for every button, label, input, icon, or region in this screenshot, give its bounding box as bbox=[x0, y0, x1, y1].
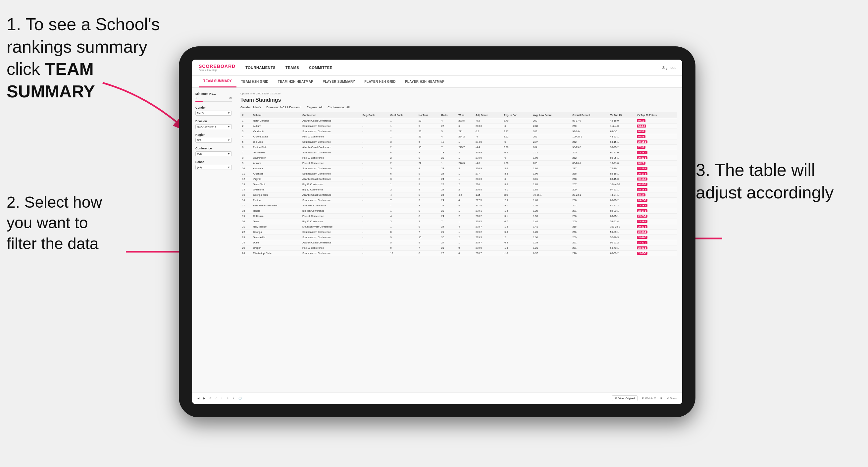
cell-rank: 2 bbox=[241, 124, 251, 129]
table-header: # School Conference Reg. Rank Conf Rank … bbox=[241, 112, 677, 118]
division-dropdown[interactable]: NCAA Division I ▼ bbox=[195, 124, 232, 129]
cell-school: East Tennessee State bbox=[251, 203, 301, 208]
nav-teams[interactable]: TEAMS bbox=[285, 66, 299, 69]
cell-vs-top50: 89.11 bbox=[635, 118, 677, 124]
sign-out-button[interactable]: Sign out bbox=[662, 66, 676, 69]
cell-conf-rank: 1 bbox=[389, 118, 416, 124]
cell-rank: 11 bbox=[241, 171, 251, 177]
cell-avg-low: 2.11 bbox=[531, 150, 571, 155]
cell-conf-rank: 10 bbox=[389, 251, 416, 256]
cell-adj-score: 273.6 bbox=[474, 124, 502, 129]
cell-reg-rank: - bbox=[361, 187, 389, 192]
cell-conf-rank: 2 bbox=[389, 145, 416, 150]
rank-values: 4 30 bbox=[195, 97, 232, 99]
col-vs-top25: Vs Top 25 bbox=[608, 112, 635, 118]
cell-overall: 269 bbox=[570, 219, 608, 224]
cell-avg-par: -1.8 bbox=[502, 251, 531, 256]
share-nav-button[interactable]: ↑ bbox=[221, 397, 222, 400]
tab-team-summary[interactable]: TEAM SUMMARY bbox=[199, 75, 237, 88]
cell-vs-top50: 39-20-1 bbox=[635, 155, 677, 161]
cell-adj-score: 277.5 bbox=[474, 198, 502, 203]
minimum-rank-section: Minimum Ro... 4 30 bbox=[195, 92, 232, 102]
cell-rnds: 7 bbox=[440, 219, 457, 224]
table-row: 22GeorgiaSoutheastern Conference-8721127… bbox=[241, 229, 677, 235]
tab-player-h2h-heatmap[interactable]: PLAYER H2H HEATMAP bbox=[400, 75, 449, 88]
forward-button[interactable]: ▶ bbox=[203, 397, 205, 400]
region-dropdown[interactable]: N/A ▼ bbox=[195, 138, 232, 143]
cell-vs-top50: 22-17-1 bbox=[635, 208, 677, 214]
back-button[interactable]: ◀ bbox=[197, 397, 199, 400]
cell-rank: 7 bbox=[241, 150, 251, 155]
cell-adj-score: 278.2 bbox=[474, 214, 502, 219]
cell-rnds: 5 bbox=[440, 129, 457, 134]
home-button[interactable]: ⌂ bbox=[216, 397, 217, 400]
cell-wins: 4 bbox=[457, 203, 474, 208]
share-button[interactable]: ↗ Share bbox=[666, 397, 677, 400]
grid-button[interactable]: ⊞ bbox=[660, 397, 663, 400]
conference-dropdown[interactable]: (All) ▼ bbox=[195, 151, 232, 156]
cell-no-tour: 9 bbox=[417, 198, 440, 203]
table-row: 16FloridaSoutheastern Conference-7924427… bbox=[241, 198, 677, 203]
gender-dropdown[interactable]: Men's ▼ bbox=[195, 111, 232, 116]
cell-vs-top25: 60-39-2 bbox=[608, 251, 635, 256]
cell-conference: Southeastern Conference bbox=[301, 235, 361, 240]
col-reg-rank: Reg. Rank bbox=[361, 112, 389, 118]
add-button[interactable]: + bbox=[233, 397, 235, 400]
cell-school: Illinois bbox=[251, 208, 301, 214]
cell-vs-top50: 77.39 bbox=[635, 145, 677, 150]
cell-rank: 18 bbox=[241, 208, 251, 214]
minimum-rank-label: Minimum Ro... bbox=[195, 92, 232, 95]
cell-overall: 269 bbox=[570, 235, 608, 240]
cell-wins: 4 bbox=[457, 198, 474, 203]
cell-avg-par: -1.3 bbox=[502, 245, 531, 251]
cell-school: Texas Tech bbox=[251, 182, 301, 187]
bookmark-button[interactable]: ☆ bbox=[226, 397, 229, 400]
cell-avg-low: 209 bbox=[531, 129, 571, 134]
view-original-button[interactable]: 👁 View: Original bbox=[612, 396, 638, 401]
school-dropdown[interactable]: (All) ▼ bbox=[195, 165, 232, 170]
tab-player-h2h-grid[interactable]: PLAYER H2H GRID bbox=[360, 75, 400, 88]
cell-vs-top25: 82-03-1 bbox=[608, 208, 635, 214]
cell-adj-score: 279.9 bbox=[474, 150, 502, 155]
cell-no-tour: 8 bbox=[417, 177, 440, 182]
cell-conf-rank: 7 bbox=[389, 198, 416, 203]
cell-no-tour: 8 bbox=[417, 171, 440, 177]
cell-rank: 17 bbox=[241, 203, 251, 208]
slider-track bbox=[195, 101, 232, 102]
cell-no-tour: 8 bbox=[417, 187, 440, 192]
cell-no-tour: 9 bbox=[417, 182, 440, 187]
cell-reg-rank: - bbox=[361, 166, 389, 171]
region-section: Region N/A ▼ bbox=[195, 133, 232, 143]
cell-reg-rank: - bbox=[361, 177, 389, 182]
nav-committee[interactable]: COMMITTEE bbox=[309, 66, 333, 69]
cell-adj-score: 276.9 bbox=[474, 155, 502, 161]
cell-conference: Southeastern Conference bbox=[301, 229, 361, 235]
cell-reg-rank: - bbox=[361, 203, 389, 208]
watch-icon: 👁 bbox=[642, 397, 644, 400]
cell-school: Vanderbilt bbox=[251, 129, 301, 134]
cell-reg-rank: - bbox=[361, 129, 389, 134]
tab-player-summary[interactable]: PLAYER SUMMARY bbox=[318, 75, 360, 88]
tab-team-h2h-grid[interactable]: TEAM H2H GRID bbox=[237, 75, 273, 88]
cell-no-tour: 8 bbox=[417, 155, 440, 161]
cell-adj-score: -4.4 bbox=[474, 145, 502, 150]
cell-avg-par: -2.9 bbox=[502, 198, 531, 203]
reload-button[interactable]: ↺ bbox=[209, 397, 212, 400]
watch-button[interactable]: 👁 Watch ▼ bbox=[642, 397, 656, 400]
rank-slider[interactable]: 4 30 bbox=[195, 97, 232, 102]
watch-chevron: ▼ bbox=[654, 397, 656, 400]
cell-rank: 9 bbox=[241, 161, 251, 166]
cell-wins: 6 bbox=[457, 124, 474, 129]
cell-conf-rank: 3 bbox=[389, 177, 416, 182]
cell-avg-par: -2 bbox=[502, 235, 531, 240]
cell-conf-rank: 4 bbox=[389, 192, 416, 198]
tab-team-h2h-heatmap[interactable]: TEAM H2H HEATMAP bbox=[273, 75, 318, 88]
clock-button[interactable]: 🕐 bbox=[239, 397, 242, 400]
cell-school: Washington bbox=[251, 155, 301, 161]
cell-rank: 10 bbox=[241, 166, 251, 171]
cell-avg-low: 2.37 bbox=[531, 139, 571, 145]
cell-wins: 4.2 bbox=[457, 192, 474, 198]
nav-tournaments[interactable]: TOURNAMENTS bbox=[245, 66, 276, 69]
col-vs-top50: Vs Top 50 Points bbox=[635, 112, 677, 118]
cell-rank: 4 bbox=[241, 134, 251, 139]
